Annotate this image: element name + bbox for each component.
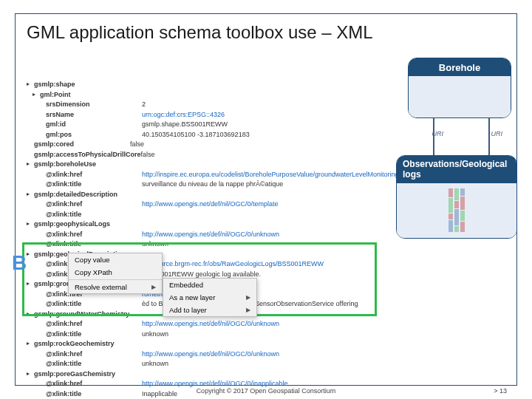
context-submenu[interactable]: Embedded As a new layer▶ Add to layer▶ xyxy=(163,278,257,317)
bullet-icon xyxy=(38,110,46,120)
bullet-icon xyxy=(38,359,46,369)
attr-val[interactable]: http://www.opengis.net/def/nil/OGC/0/unk… xyxy=(142,230,279,240)
attr-row[interactable]: @xlink:hrefhttp://www.opengis.net/def/ni… xyxy=(38,200,399,210)
bullet-icon xyxy=(38,230,46,240)
attr-key: @xlink:href xyxy=(46,319,142,330)
attr-row[interactable]: @xlink:title xyxy=(38,210,399,220)
attr-val: gsmlp.shape.BSS001REWW xyxy=(142,120,228,130)
observations-body xyxy=(397,183,516,238)
attr-row[interactable]: @xlink:titleunknown xyxy=(38,330,399,340)
observations-callout: Observations/Geological logs xyxy=(396,155,517,239)
callout-b: B xyxy=(12,251,27,275)
attr-row[interactable]: gml:pos40.150354105100 -3.187103692183 xyxy=(38,130,399,140)
bullet-icon xyxy=(38,130,46,140)
bullet-icon xyxy=(38,200,46,210)
attr-row[interactable]: ▸gsmlp:geophysicalLogs xyxy=(27,219,399,230)
attr-row[interactable]: @xlink:hrefhttp://www.opengis.net/def/ni… xyxy=(38,349,399,360)
attr-key: @xlink:title xyxy=(46,330,142,340)
attr-key: gsmlp:cored xyxy=(34,140,130,150)
attr-val[interactable]: http://www.opengis.net/def/nil/OGC/0/unk… xyxy=(142,349,279,360)
attr-val[interactable]: http://inspire.ec.europa.eu/codelist/Bor… xyxy=(142,170,399,180)
bullet-icon xyxy=(38,180,46,190)
uri-arrow-1 xyxy=(433,117,434,158)
attr-key: gsmlp:poreGasChemistry xyxy=(34,369,130,380)
ctx-new-layer[interactable]: As a new layer▶ xyxy=(163,291,256,304)
attribute-tree: ▸gsmlp:shape▸gml:PointsrsDimension2srsNa… xyxy=(27,80,399,399)
attr-key: gsmlp:rockGeochemistry xyxy=(34,339,130,349)
observations-label: Observations/Geological logs xyxy=(397,156,516,183)
bullet-icon: ▸ xyxy=(27,369,34,380)
ctx-embedded[interactable]: Embedded xyxy=(163,279,256,291)
borehole-callout: Borehole xyxy=(408,58,511,118)
bullet-icon xyxy=(38,330,46,340)
attr-val[interactable]: urn:ogc:def:crs:EPSG::4326 xyxy=(142,110,225,120)
attr-row[interactable]: ▸gml:Point xyxy=(33,90,399,100)
bullet-icon: ▸ xyxy=(33,90,40,100)
bullet-icon xyxy=(38,239,46,250)
borehole-label: Borehole xyxy=(409,58,511,76)
attr-row[interactable]: ▸gsmlp:shape xyxy=(27,80,399,90)
uri-arrow-2 xyxy=(488,117,490,158)
attr-val: 2 xyxy=(142,100,146,110)
attr-row[interactable]: gml:idgsmlp.shape.BSS001REWW xyxy=(38,120,399,130)
attr-row[interactable]: @xlink:titleunknown xyxy=(38,359,399,369)
ctx-sep xyxy=(69,279,162,280)
ctx-copy-value[interactable]: Copy value xyxy=(69,253,162,266)
attr-key: gsmlp:detailedDescription xyxy=(34,190,130,200)
ctx-copy-xpath[interactable]: Copy XPath xyxy=(69,266,162,279)
attr-key: @xlink:title xyxy=(46,210,142,220)
bullet-icon: ▸ xyxy=(27,339,34,349)
attr-row[interactable]: srsNameurn:ogc:def:crs:EPSG::4326 xyxy=(38,110,399,120)
chevron-right-icon: ▶ xyxy=(246,294,250,301)
borehole-body xyxy=(409,76,511,117)
attr-row[interactable]: @xlink:hrefhttp://www.opengis.net/def/ni… xyxy=(38,319,399,330)
uri-label-1: URI xyxy=(432,130,444,137)
bullet-icon xyxy=(38,170,46,180)
attr-val: false xyxy=(130,140,144,150)
bullet-icon xyxy=(38,120,46,130)
bullet-icon xyxy=(27,150,34,160)
attr-row[interactable]: ▸gsmlp:detailedDescription xyxy=(27,190,399,200)
attr-row[interactable]: @xlink:titlesurveillance du niveau de la… xyxy=(38,180,399,190)
attr-val: false xyxy=(140,150,154,160)
attr-row[interactable]: ▸gsmlp:rockGeochemistry xyxy=(27,339,399,349)
attr-row[interactable]: @xlink:hrefhttp://inspire.ec.europa.eu/c… xyxy=(38,170,399,180)
attr-key: gsmlp:accessToPhysicalDrillCore xyxy=(34,150,140,160)
bullet-icon xyxy=(27,140,34,150)
attr-key: @xlink:href xyxy=(46,230,142,240)
log-thumb xyxy=(460,188,465,232)
attr-key: gml:Point xyxy=(40,90,136,100)
attr-val[interactable]: http://www.opengis.net/def/nil/OGC/0/tem… xyxy=(142,200,279,210)
attr-key: gml:pos xyxy=(46,130,142,140)
bullet-icon: ▸ xyxy=(27,219,34,230)
attr-val: unknown xyxy=(142,239,168,250)
attr-row[interactable]: ▸gsmlp:boreholeUse xyxy=(27,160,399,170)
chevron-right-icon: ▶ xyxy=(151,284,156,290)
context-menu[interactable]: Copy value Copy XPath Resolve external▶ xyxy=(68,253,163,294)
attr-row[interactable]: @xlink:titleunknown xyxy=(38,239,399,250)
attr-key: gsmlp:boreholeUse xyxy=(34,160,130,170)
bullet-icon xyxy=(38,259,46,270)
bullet-icon: ▸ xyxy=(27,80,34,90)
bullet-icon xyxy=(38,270,46,280)
attr-key: gml:id xyxy=(46,120,142,130)
attr-row[interactable]: srsDimension2 xyxy=(38,100,399,110)
attr-val: unknown xyxy=(142,330,168,340)
attr-key: @xlink:title xyxy=(46,359,142,369)
attr-row[interactable]: gsmlp:accessToPhysicalDrillCorefalse xyxy=(27,150,399,160)
chevron-right-icon: ▶ xyxy=(246,307,250,313)
attr-row[interactable]: gsmlp:coredfalse xyxy=(27,140,399,150)
attr-row[interactable]: ▸gsmlp:poreGasChemistry xyxy=(27,369,399,380)
bullet-icon: ▸ xyxy=(27,250,34,260)
bullet-icon xyxy=(38,319,46,330)
uri-label-2: URI xyxy=(491,130,503,137)
ctx-add-layer[interactable]: Add to layer▶ xyxy=(163,304,256,316)
attr-val: 40.150354105100 -3.187103692183 xyxy=(142,130,250,140)
attr-val[interactable]: http://www.opengis.net/def/nil/OGC/0/unk… xyxy=(142,319,279,330)
attr-key: @xlink:href xyxy=(46,170,142,180)
ctx-resolve-external[interactable]: Resolve external▶ xyxy=(69,281,162,293)
bullet-icon xyxy=(38,290,46,300)
attr-val[interactable]: /ressource.brgm-rec.fr/obs/RawGeologicLo… xyxy=(142,259,324,270)
attr-row[interactable]: @xlink:hrefhttp://www.opengis.net/def/ni… xyxy=(38,230,399,240)
attr-val: surveillance du niveau de la nappe phrÃ©… xyxy=(142,180,283,190)
